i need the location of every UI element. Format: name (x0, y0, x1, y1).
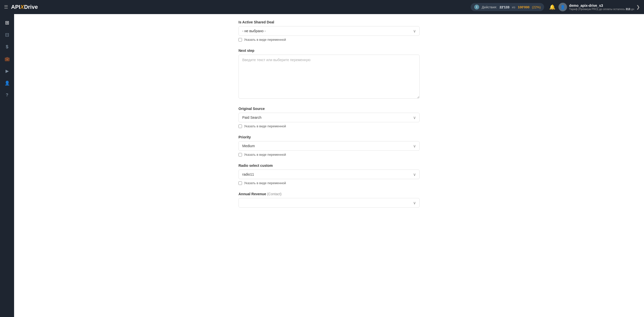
field-priority: Priority Medium ∨ Указать в виде перемен… (238, 135, 420, 156)
is-active-shared-deal-select-wrapper: - не выбрано - ∨ (238, 26, 420, 36)
sidebar: ⊞ ⊟ $ 💼 ▶ 👤 ? (0, 14, 14, 317)
priority-checkbox[interactable] (238, 153, 242, 156)
field-radio-select-custom: Radio select custom radio11 ∨ Указать в … (238, 164, 420, 185)
actions-count: 22'133 (500, 5, 509, 9)
priority-checkbox-row: Указать в виде переменной (238, 153, 420, 156)
sidebar-item-connections[interactable]: ⊟ (2, 29, 13, 40)
topbar: ☰ APIXDrive i Действия: 22'133 из 100'00… (0, 0, 644, 14)
field-annual-revenue: Annual Revenue(Contact) ∨ (238, 192, 420, 208)
annual-revenue-select-wrapper: ∨ (238, 198, 420, 208)
actions-separator: из (512, 5, 515, 9)
user-info: demo_apix-drive_s3 Тариф |Премиум PRO| д… (569, 4, 634, 11)
field-next-step: Next step (238, 49, 420, 100)
radio-select-custom-checkbox-label[interactable]: Указать в виде переменной (244, 181, 286, 185)
original-source-label: Original Source (238, 107, 420, 111)
logo: ☰ APIXDrive (4, 4, 38, 10)
user-name: demo_apix-drive_s3 (569, 4, 634, 8)
radio-select-custom-checkbox[interactable] (238, 181, 242, 185)
field-is-active-shared-deal: Is Active Shared Deal - не выбрано - ∨ У… (238, 20, 420, 42)
user-menu[interactable]: 👤 demo_apix-drive_s3 Тариф |Премиум PRO|… (558, 3, 640, 11)
priority-label: Priority (238, 135, 420, 139)
user-chevron-icon: ❯ (636, 4, 640, 10)
logo-text: APIXDrive (11, 4, 38, 10)
next-step-label: Next step (238, 49, 420, 53)
sidebar-item-jobs[interactable]: 💼 (2, 53, 13, 64)
user-subscription: Тариф |Премиум PRO| до оплаты осталось 3… (569, 8, 634, 11)
avatar: 👤 (558, 3, 567, 11)
is-active-shared-deal-label: Is Active Shared Deal (238, 20, 420, 24)
original-source-checkbox[interactable] (238, 125, 242, 128)
priority-checkbox-label[interactable]: Указать в виде переменной (244, 153, 286, 156)
priority-select[interactable]: Medium (238, 141, 420, 151)
is-active-shared-deal-checkbox-row: Указать в виде переменной (238, 38, 420, 42)
original-source-checkbox-row: Указать в виде переменной (238, 124, 420, 128)
radio-select-custom-checkbox-row: Указать в виде переменной (238, 181, 420, 185)
sidebar-item-home[interactable]: ⊞ (2, 17, 13, 28)
menu-icon[interactable]: ☰ (4, 4, 8, 10)
field-original-source: Original Source Paid Search ∨ Указать в … (238, 107, 420, 128)
sidebar-item-billing[interactable]: $ (2, 41, 13, 52)
info-icon[interactable]: i (474, 5, 479, 10)
next-step-textarea[interactable] (238, 55, 420, 99)
annual-revenue-select[interactable] (238, 198, 420, 208)
original-source-select[interactable]: Paid Search (238, 113, 420, 122)
actions-pct: (22%) (532, 5, 541, 9)
sidebar-item-media[interactable]: ▶ (2, 65, 13, 76)
main-content: Is Active Shared Deal - не выбрано - ∨ У… (14, 14, 644, 317)
original-source-select-wrapper: Paid Search ∨ (238, 113, 420, 122)
actions-label: Действия: (482, 5, 497, 9)
annual-revenue-label: Annual Revenue(Contact) (238, 192, 420, 196)
layout: ⊞ ⊟ $ 💼 ▶ 👤 ? Is Active Shared Deal - не… (0, 14, 644, 317)
priority-select-wrapper: Medium ∨ (238, 141, 420, 151)
actions-pill[interactable]: i Действия: 22'133 из 100'000 (22%) (471, 3, 544, 11)
actions-total: 100'000 (518, 5, 529, 9)
sidebar-item-help[interactable]: ? (2, 90, 13, 101)
is-active-shared-deal-checkbox-label[interactable]: Указать в виде переменной (244, 38, 286, 42)
form-container: Is Active Shared Deal - не выбрано - ∨ У… (228, 14, 430, 230)
notification-bell[interactable]: 🔔 (549, 4, 555, 10)
sidebar-item-account[interactable]: 👤 (2, 77, 13, 89)
original-source-checkbox-label[interactable]: Указать в виде переменной (244, 124, 286, 128)
is-active-shared-deal-select[interactable]: - не выбрано - (238, 26, 420, 36)
radio-select-custom-label: Radio select custom (238, 164, 420, 168)
radio-select-custom-select[interactable]: radio11 (238, 170, 420, 179)
radio-select-custom-select-wrapper: radio11 ∨ (238, 170, 420, 179)
is-active-shared-deal-checkbox[interactable] (238, 38, 242, 42)
